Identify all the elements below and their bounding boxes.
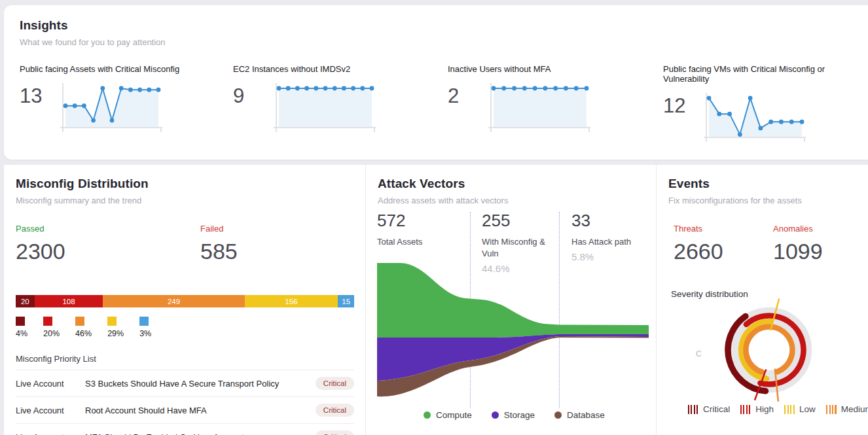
legend-dot-icon [424, 411, 431, 419]
sparkline-chart [59, 80, 164, 137]
threats-kpi: Threats 2660 [674, 224, 773, 264]
priority-row[interactable]: Live Account Root Account Should Have MF… [16, 396, 354, 423]
insight-card-ec2-imdsv2[interactable]: EC2 Instances without IMDSv2 9 [233, 64, 448, 147]
severity-badge: Critical [316, 377, 354, 390]
severity-radial-chart [704, 289, 835, 415]
legend-dot-icon [492, 411, 499, 419]
priority-list-title: Misconfig Priority List [16, 354, 365, 364]
bar-legend-item: 20% [43, 317, 60, 338]
stat-value: 33 [571, 211, 643, 231]
priority-list: Live Account S3 Buckets Should Have A Se… [16, 370, 354, 435]
stat-has-attack-path: 33 Has Attack path 5.8% [571, 211, 643, 262]
funnel-storage-area [377, 334, 649, 381]
severity-legend-item[interactable]: Critical [688, 404, 730, 414]
bar-segment[interactable]: 156 [245, 295, 338, 307]
legend-dot-icon [554, 411, 562, 419]
insight-card-row: Public facing Assets with Critical Misco… [4, 64, 868, 147]
failed-label: Failed [200, 224, 238, 234]
stat-value: 572 [377, 211, 449, 231]
events-title: Events [668, 177, 868, 191]
failed-value: 585 [200, 239, 238, 264]
priority-row[interactable]: Live Account S3 Buckets Should Have A Se… [16, 370, 354, 396]
stat-label: Has Attack path [571, 236, 643, 248]
clipped-chart-label: C [696, 349, 702, 358]
legend-stripes-icon [740, 405, 751, 414]
insights-title: Insights [20, 18, 868, 33]
priority-row[interactable]: Live Account MFA Should Be Enabled On Us… [16, 423, 354, 435]
stat-label: With Misconfig & Vuln [482, 236, 554, 260]
insight-label: Public facing VMs with Critical Misconfi… [663, 64, 868, 84]
threats-value: 2660 [674, 239, 773, 264]
misconfig-subtitle: Misconfig summary and the trend [16, 196, 365, 205]
misconfig-stacked-bar[interactable]: 2010824915615 [16, 295, 354, 307]
sparkline-chart [272, 80, 377, 137]
legend-stripes-icon [826, 405, 837, 414]
row-misconfig-name: Root Account Should Have MFA [85, 406, 316, 415]
row-account-type: Live Account [16, 379, 85, 389]
bar-segment[interactable]: 249 [103, 295, 244, 307]
severity-badge: Critical [316, 404, 354, 417]
insight-value: 9 [233, 84, 264, 108]
bar-segment[interactable]: 108 [35, 295, 103, 307]
passed-label: Passed [16, 224, 200, 234]
insight-label: Inactive Users without MFA [448, 64, 663, 74]
insight-value: 12 [663, 94, 695, 118]
anomalies-label: Anomalies [773, 224, 823, 234]
insight-value: 13 [20, 84, 51, 108]
insight-label: EC2 Instances without IMDSv2 [233, 64, 448, 74]
threats-label: Threats [674, 224, 773, 234]
misconfig-title: Misconfig Distribution [16, 177, 365, 191]
insight-value: 2 [448, 84, 479, 108]
insight-card-public-assets[interactable]: Public facing Assets with Critical Misco… [20, 64, 233, 147]
attack-vectors-section: Attack Vectors Address assets with attac… [365, 165, 656, 435]
attack-subtitle: Address assets with attack vectors [378, 196, 656, 205]
dashboard-lower-panel: Misconfig Distribution Misconfig summary… [4, 165, 868, 435]
bar-legend-item: 46% [75, 317, 92, 338]
stat-total-assets: 572 Total Assets [377, 211, 449, 248]
funnel-legend: ComputeStorageDatabase [424, 410, 605, 420]
insight-card-inactive-mfa[interactable]: Inactive Users without MFA 2 [448, 64, 663, 147]
funnel-legend-item[interactable]: Compute [424, 410, 472, 420]
row-misconfig-name: S3 Buckets Should Have A Secure Transpor… [85, 379, 316, 389]
funnel-legend-item[interactable]: Storage [492, 410, 535, 420]
funnel-legend-item[interactable]: Database [554, 410, 605, 420]
events-subtitle: Fix misconfigurations for the assets [668, 196, 868, 205]
bar-legend-item: 4% [16, 317, 27, 338]
failed-kpi: Failed 585 [200, 224, 238, 264]
severity-legend-item[interactable]: Low [784, 404, 816, 414]
severity-badge: Critical [316, 430, 354, 435]
bar-segment[interactable]: 20 [16, 295, 35, 307]
attack-title: Attack Vectors [378, 177, 656, 191]
events-section: Events Fix misconfigurations for the ass… [656, 165, 868, 435]
insights-subtitle: What we found for you to pay attention [20, 37, 868, 47]
anomalies-kpi: Anomalies 1099 [773, 224, 823, 264]
funnel-compute-area [377, 263, 649, 338]
stat-value: 255 [482, 211, 554, 231]
sparkline-chart [702, 90, 807, 147]
severity-legend-item[interactable]: High [740, 404, 774, 414]
severity-legend: CriticalHighLowMedium [688, 404, 868, 414]
attack-funnel-chart [377, 258, 649, 398]
misconfig-bar-legend: 4%20%46%29%3% [16, 317, 365, 338]
misconfig-distribution-section: Misconfig Distribution Misconfig summary… [4, 165, 365, 435]
legend-stripes-icon [688, 405, 698, 414]
insight-card-public-vms[interactable]: Public facing VMs with Critical Misconfi… [663, 64, 868, 147]
anomalies-value: 1099 [773, 239, 823, 264]
bar-legend-item: 3% [139, 317, 151, 338]
passed-kpi: Passed 2300 [16, 224, 200, 264]
sparkline-chart [487, 80, 592, 137]
bar-segment[interactable]: 15 [338, 295, 354, 307]
insight-label: Public facing Assets with Critical Misco… [20, 64, 233, 74]
row-account-type: Live Account [16, 406, 85, 415]
row-account-type: Live Account [16, 432, 85, 435]
bar-legend-item: 29% [107, 317, 124, 338]
passed-value: 2300 [16, 239, 200, 264]
stat-label: Total Assets [377, 236, 449, 248]
severity-legend-item[interactable]: Medium [826, 404, 868, 414]
legend-stripes-icon [784, 405, 795, 414]
insights-panel: Insights What we found for you to pay at… [4, 5, 868, 160]
row-misconfig-name: MFA Should Be Enabled On User Accounts [85, 432, 316, 435]
